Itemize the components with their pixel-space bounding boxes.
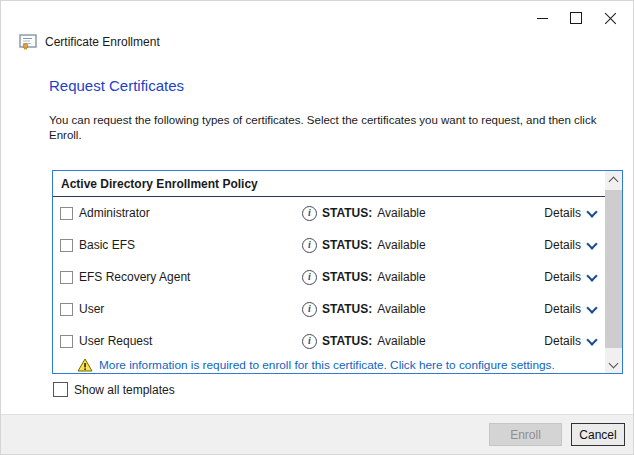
cancel-button[interactable]: Cancel <box>571 423 625 446</box>
status-value: Available <box>377 270 425 284</box>
status-label: STATUS: <box>322 206 372 220</box>
chevron-down-icon <box>586 302 597 313</box>
info-icon: i <box>302 302 317 317</box>
close-icon <box>604 12 617 25</box>
details-label: Details <box>544 238 581 252</box>
certificate-icon <box>19 34 38 50</box>
warning-icon <box>77 358 93 372</box>
show-all-templates-checkbox[interactable] <box>53 382 68 397</box>
status-group: i STATUS: Available <box>302 302 426 317</box>
status-group: i STATUS: Available <box>302 238 426 253</box>
show-all-templates: Show all templates <box>53 382 175 397</box>
details-label: Details <box>544 302 581 316</box>
details-expander[interactable]: Details <box>544 238 596 252</box>
certificate-enrollment-window: Certificate Enrollment Request Certifica… <box>0 0 634 455</box>
info-icon: i <box>302 238 317 253</box>
template-row-user: User i STATUS: Available Details <box>53 293 605 325</box>
chevron-down-icon <box>586 206 597 217</box>
close-button[interactable] <box>593 5 627 31</box>
status-label: STATUS: <box>322 334 372 348</box>
user-request-checkbox[interactable] <box>60 335 73 348</box>
template-name: Basic EFS <box>79 238 135 252</box>
footer-bar: Enroll Cancel <box>1 414 633 454</box>
show-all-templates-label: Show all templates <box>74 383 175 397</box>
info-icon: i <box>302 334 317 349</box>
details-label: Details <box>544 270 581 284</box>
minimize-icon <box>537 18 548 19</box>
titlebar-controls <box>525 5 627 31</box>
status-label: STATUS: <box>322 270 372 284</box>
configure-settings-link[interactable]: More information is required to enroll f… <box>99 358 555 372</box>
scrollbar <box>605 171 622 373</box>
policy-header: Active Directory Enrollment Policy <box>53 171 605 197</box>
details-expander[interactable]: Details <box>544 270 596 284</box>
details-label: Details <box>544 334 581 348</box>
details-label: Details <box>544 206 581 220</box>
minimize-button[interactable] <box>525 5 559 31</box>
chevron-down-icon <box>586 270 597 281</box>
status-value: Available <box>377 334 425 348</box>
efs-recovery-agent-checkbox[interactable] <box>60 271 73 284</box>
app-title: Certificate Enrollment <box>45 35 160 49</box>
template-list-rows: Active Directory Enrollment Policy Admin… <box>53 171 605 373</box>
enroll-button[interactable]: Enroll <box>489 423 562 446</box>
maximize-button[interactable] <box>559 5 593 31</box>
status-group: i STATUS: Available <box>302 334 426 349</box>
status-value: Available <box>377 238 425 252</box>
basic-efs-checkbox[interactable] <box>60 239 73 252</box>
intro-text: You can request the following types of c… <box>49 113 627 143</box>
template-list: Active Directory Enrollment Policy Admin… <box>52 170 623 374</box>
template-row-efs-recovery-agent: EFS Recovery Agent i STATUS: Available D… <box>53 261 605 293</box>
chevron-down-icon <box>609 358 619 368</box>
info-icon: i <box>302 270 317 285</box>
chevron-down-icon <box>586 238 597 249</box>
details-expander[interactable]: Details <box>544 302 596 316</box>
status-group: i STATUS: Available <box>302 206 426 221</box>
status-value: Available <box>377 302 425 316</box>
user-checkbox[interactable] <box>60 303 73 316</box>
page-title: Request Certificates <box>49 77 184 94</box>
status-value: Available <box>377 206 425 220</box>
template-row-user-request: User Request i STATUS: Available Details <box>53 325 605 357</box>
details-expander[interactable]: Details <box>544 334 596 348</box>
status-group: i STATUS: Available <box>302 270 426 285</box>
scroll-up-button[interactable] <box>605 171 622 188</box>
template-name: Administrator <box>79 206 150 220</box>
template-row-administrator: Administrator i STATUS: Available Detail… <box>53 197 605 229</box>
chevron-up-icon <box>609 176 619 186</box>
template-name: EFS Recovery Agent <box>79 270 190 284</box>
app-header: Certificate Enrollment <box>19 34 160 50</box>
more-information-warning: More information is required to enroll f… <box>53 357 605 373</box>
info-icon: i <box>302 206 317 221</box>
maximize-icon <box>570 12 582 24</box>
details-expander[interactable]: Details <box>544 206 596 220</box>
template-name: User <box>79 302 104 316</box>
status-label: STATUS: <box>322 302 372 316</box>
scrollbar-thumb[interactable] <box>605 190 622 348</box>
scroll-down-button[interactable] <box>605 356 622 373</box>
template-row-basic-efs: Basic EFS i STATUS: Available Details <box>53 229 605 261</box>
template-name: User Request <box>79 334 152 348</box>
administrator-checkbox[interactable] <box>60 207 73 220</box>
status-label: STATUS: <box>322 238 372 252</box>
chevron-down-icon <box>586 334 597 345</box>
